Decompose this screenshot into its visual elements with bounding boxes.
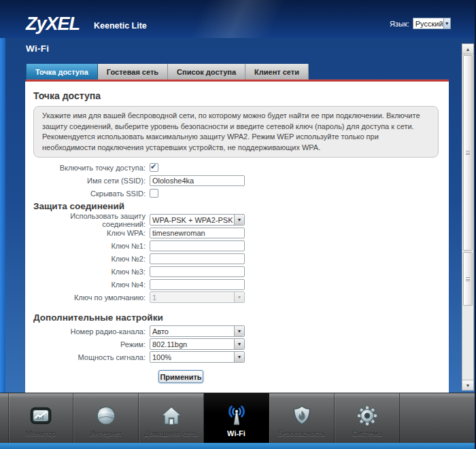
tab-network-client[interactable]: Клиент сети [245, 64, 309, 79]
language-area: Язык: Русский ▼ [390, 18, 451, 29]
enable-ap-checkbox[interactable] [150, 163, 158, 172]
home-icon [159, 403, 184, 428]
hide-ssid-label: Скрывать SSID: [25, 190, 150, 198]
mode-label: Режим: [25, 340, 150, 348]
key2-label: Ключ №2: [25, 255, 150, 263]
key4-label: Ключ №4: [25, 281, 150, 289]
nav-item-wifi[interactable]: Wi-Fi [204, 393, 269, 443]
section-title: Точка доступа [33, 90, 449, 101]
default-key-row: Ключ по умолчанию: 1 ▼ [25, 291, 449, 304]
globe-icon [94, 403, 118, 428]
monitor-icon [29, 403, 53, 428]
wifi-icon [224, 403, 249, 428]
zyxel-logo: ZyXEL [26, 14, 80, 35]
security-section-title: Защита соединений [25, 201, 449, 213]
key1-input[interactable] [150, 240, 245, 251]
language-select-value: Русский [413, 20, 443, 28]
advanced-section-title: Дополнительные настройки [25, 312, 449, 324]
security-row: Использовать защиту соединений: WPA-PSK … [25, 213, 449, 226]
nav-item-monitor[interactable]: Монитор [8, 393, 73, 443]
nav-item-system[interactable]: Система [335, 393, 400, 443]
power-label: Мощность сигнала: [25, 353, 150, 361]
security-select[interactable]: WPA-PSK + WPA2-PSK ▼ [150, 214, 245, 226]
mode-select[interactable]: 802.11bgn ▼ [150, 338, 245, 350]
nav-label: Монитор [26, 429, 56, 437]
bottom-nav: Монитор Интернет Домашняя сеть [0, 393, 476, 443]
bottom-accent-strip [0, 443, 476, 449]
key3-row: Ключ №3: [25, 265, 449, 278]
key4-row: Ключ №4: [25, 278, 449, 291]
key3-label: Ключ №3: [25, 268, 150, 276]
chevron-down-icon[interactable]: ▼ [234, 339, 244, 349]
wpa-key-input[interactable] [150, 228, 245, 238]
nav-label: Интернет [90, 429, 122, 437]
gear-icon [355, 403, 379, 428]
chevron-down-icon[interactable]: ▼ [234, 215, 244, 225]
apply-button[interactable]: Применить [158, 370, 203, 383]
enable-ap-row: Включить точку доступа: [25, 161, 449, 174]
channel-label: Номер радио-канала: [25, 327, 150, 336]
wifi-settings-form: Включить точку доступа: Имя сети (SSID):… [25, 161, 449, 383]
default-key-label: Ключ по умолчанию: [25, 293, 150, 302]
chevron-down-icon[interactable]: ▼ [443, 18, 450, 29]
vertical-scrollbar[interactable]: ▲ ▼ [462, 43, 474, 391]
default-key-select: 1 ▼ [150, 291, 245, 303]
key1-label: Ключ №1: [25, 242, 150, 250]
key2-input[interactable] [150, 253, 245, 264]
page-title: Wi-Fi [26, 43, 49, 54]
key4-input[interactable] [150, 279, 245, 290]
scroll-up-button[interactable]: ▲ [462, 44, 473, 54]
ssid-input[interactable] [150, 175, 245, 186]
key3-input[interactable] [150, 266, 245, 277]
product-name: Keenetic Lite [94, 21, 147, 31]
chevron-down-icon[interactable]: ▼ [234, 326, 244, 336]
nav-label: Wi-Fi [227, 429, 245, 437]
tab-access-list[interactable]: Список доступа [168, 64, 245, 79]
wpa-key-label: Ключ WPA: [25, 229, 150, 237]
nav-label: Система [352, 429, 381, 437]
content-panel: Точка доступа Укажите имя для вашей бесп… [25, 82, 449, 393]
shield-icon [290, 403, 314, 428]
channel-row: Номер радио-канала: Авто ▼ [25, 325, 449, 338]
power-select[interactable]: 100% ▼ [150, 351, 245, 363]
ssid-label: Имя сети (SSID): [25, 177, 150, 185]
nav-item-home-network[interactable]: Домашняя сеть [139, 393, 204, 443]
nav-item-internet[interactable]: Интернет [73, 393, 139, 443]
mode-row: Режим: 802.11bgn ▼ [25, 338, 449, 351]
wpa-key-row: Ключ WPA: [25, 226, 449, 239]
tab-access-point[interactable]: Точка доступа [26, 64, 98, 79]
chevron-down-icon[interactable]: ▼ [234, 352, 244, 362]
info-box: Укажите имя для вашей беспроводной сети,… [33, 106, 439, 158]
hide-ssid-row: Скрывать SSID: [25, 187, 449, 200]
scrollbar-grip [466, 277, 470, 281]
ssid-row: Имя сети (SSID): [25, 174, 449, 187]
tab-guest-network[interactable]: Гостевая сеть [98, 64, 168, 79]
nav-item-security[interactable]: Безопасность [269, 393, 335, 443]
router-admin-page: ZyXEL Keenetic Lite Язык: Русский ▼ Wi-F… [0, 0, 476, 449]
key2-row: Ключ №2: [25, 252, 449, 265]
left-accent-strip [0, 38, 5, 393]
scrollbar-thumb[interactable] [463, 55, 473, 251]
chevron-down-icon: ▼ [234, 292, 244, 302]
hide-ssid-checkbox[interactable] [150, 189, 158, 198]
power-row: Мощность сигнала: 100% ▼ [25, 351, 449, 363]
nav-label: Безопасность [277, 429, 325, 437]
language-label: Язык: [390, 20, 409, 28]
scrollbar-grip [466, 151, 470, 155]
language-select[interactable]: Русский ▼ [413, 18, 451, 29]
scrollbar-thumb[interactable] [463, 252, 473, 306]
scroll-down-button[interactable]: ▼ [462, 380, 473, 390]
tab-bar: Точка доступа Гостевая сеть Список досту… [26, 64, 309, 79]
enable-ap-label: Включить точку доступа: [25, 164, 150, 172]
channel-select[interactable]: Авто ▼ [150, 325, 245, 337]
nav-label: Домашняя сеть [144, 429, 198, 437]
key1-row: Ключ №1: [25, 239, 449, 252]
security-label: Использовать защиту соединений: [25, 212, 150, 228]
header: ZyXEL Keenetic Lite Язык: Русский ▼ [0, 0, 476, 38]
